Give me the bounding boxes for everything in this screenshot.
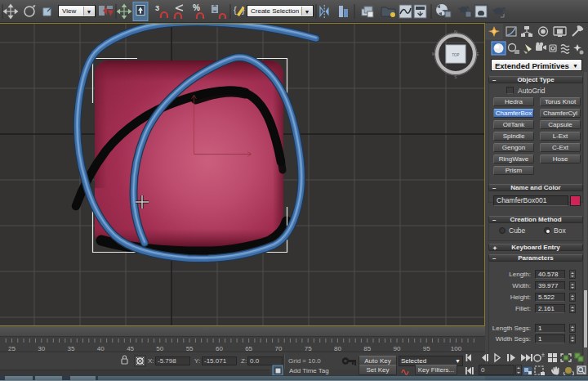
svg-text:N: N (454, 29, 457, 34)
svg-text:75: 75 (305, 345, 312, 352)
svg-text:70: 70 (274, 345, 282, 352)
svg-text:65: 65 (245, 345, 252, 352)
svg-text:W: W (432, 52, 436, 56)
svg-text:30: 30 (38, 345, 45, 352)
svg-text:45: 45 (127, 345, 134, 352)
svg-text:90: 90 (394, 345, 401, 352)
svg-text:{: { (234, 5, 237, 15)
svg-text:35: 35 (68, 345, 75, 352)
svg-text:55: 55 (186, 345, 194, 352)
svg-text:85: 85 (363, 345, 371, 352)
svg-text:%: % (193, 3, 200, 12)
svg-text:95: 95 (423, 345, 430, 352)
svg-text:±: ± (541, 352, 545, 357)
svg-text:E: E (476, 52, 479, 56)
svg-text:60: 60 (216, 345, 223, 352)
svg-text:40: 40 (97, 345, 105, 352)
svg-text:25: 25 (8, 345, 16, 352)
svg-text:3: 3 (155, 4, 159, 12)
svg-text:50: 50 (156, 345, 163, 352)
svg-text:80: 80 (334, 345, 341, 352)
svg-text:100: 100 (451, 345, 462, 352)
svg-text:TOP: TOP (452, 53, 459, 57)
